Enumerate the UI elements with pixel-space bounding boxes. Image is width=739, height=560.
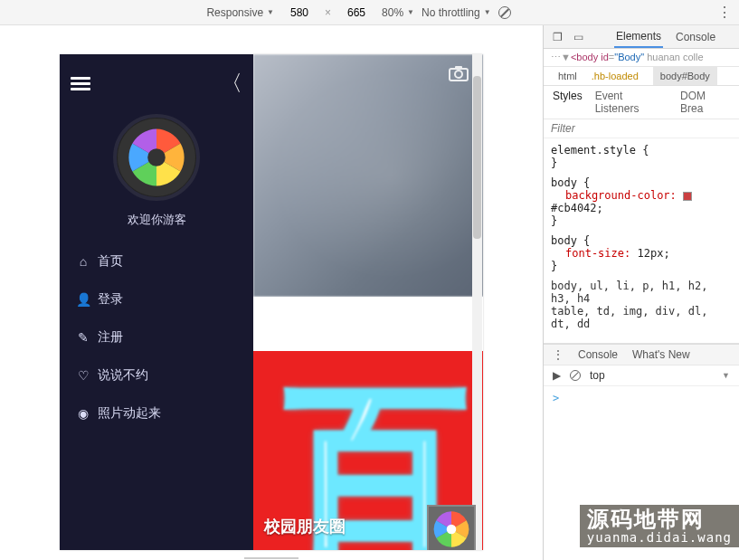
console-drawer-more-icon[interactable]: ⋮ [553, 348, 564, 361]
device-preview-pane: 〈 [0, 25, 543, 560]
zoom-dropdown[interactable]: 80% [382, 6, 414, 19]
camera-icon[interactable] [449, 65, 469, 84]
more-icon[interactable]: ⋮ [717, 4, 732, 21]
sidebar-item-login[interactable]: 👤 登录 [76, 280, 237, 318]
throttling-label: No throttling [422, 6, 480, 19]
sidebar-logo [113, 114, 200, 201]
sidebar-item-label: 照片动起来 [98, 405, 161, 422]
color-wheel-icon [431, 509, 471, 549]
breadcrumb[interactable]: html.hb-loaded body#Body [544, 67, 739, 86]
sidebar-item-label: 登录 [98, 291, 123, 308]
color-swatch[interactable] [683, 192, 692, 201]
rule-selector: element.style { [551, 144, 732, 157]
svg-point-0 [147, 148, 166, 166]
devtools-pane: ❐ ▭ Elements Console ⋯▼<body <body id="B… [543, 25, 739, 560]
styles-filter [544, 119, 739, 138]
svg-rect-3 [455, 66, 462, 70]
sidebar-item-label: 说说不约 [98, 367, 148, 384]
breadcrumb-body[interactable]: body#Body [653, 67, 717, 85]
photo-icon: ◉ [76, 406, 90, 421]
responsive-toolbar: Responsive × 80% No throttling ⋮ [0, 0, 739, 25]
rule-selector-list: table, td, img, div, dl, dt, dd [551, 305, 732, 330]
console-drawer-tabs: ⋮ Console What's New [544, 344, 739, 365]
rule-close: } [551, 214, 732, 227]
heart-icon: ♡ [76, 368, 90, 383]
watermark-en: yuanma.didai.wang [587, 531, 732, 544]
rule-selector-list: body, ul, li, p, h1, h2, h3, h4 [551, 280, 732, 305]
styles-rules[interactable]: element.style { } body { background-colo… [544, 138, 739, 344]
sidebar-item-register[interactable]: ✎ 注册 [76, 318, 237, 356]
subtab-events[interactable]: Event Listeners [595, 90, 668, 115]
breadcrumb-html: html.hb-loaded [544, 67, 653, 85]
sidebar-item-posts[interactable]: ♡ 说说不约 [76, 356, 237, 394]
app-sidebar: 〈 [60, 54, 253, 550]
register-icon: ✎ [76, 330, 90, 345]
rule-close: } [551, 260, 732, 272]
sidebar-item-label: 注册 [98, 329, 123, 346]
sidebar-item-home[interactable]: ⌂ 首页 [76, 242, 237, 280]
watermark: 源码地带网 yuanma.didai.wang [580, 505, 739, 547]
svg-point-2 [455, 71, 462, 78]
dimension-x: × [325, 6, 331, 19]
device-frame: 〈 [60, 54, 483, 550]
inspect-icon[interactable]: ❐ [553, 31, 563, 43]
rule-selector: body { [551, 176, 732, 189]
context-dropdown[interactable]: top▼ [590, 369, 730, 382]
subtab-styles[interactable]: Styles [553, 90, 583, 115]
context-label: top [590, 369, 605, 382]
home-icon: ⌂ [76, 254, 90, 269]
hero-title: 校园朋友圈 [264, 516, 346, 537]
hero-banner [253, 54, 483, 297]
throttling-dropdown[interactable]: No throttling [422, 6, 491, 19]
dom-preview-line[interactable]: ⋯▼<body <body id="Body" huanan colleid="… [544, 49, 739, 67]
styles-subtabs: Styles Event Listeners DOM Brea [544, 86, 739, 119]
height-input[interactable] [338, 6, 374, 19]
css-value: 12px; [637, 247, 669, 260]
drawer-tab-whatsnew[interactable]: What's New [632, 348, 690, 361]
clear-console-icon[interactable] [570, 370, 581, 381]
circle-slash-icon[interactable] [498, 6, 511, 19]
sidebar-item-photos[interactable]: ◉ 照片动起来 [76, 394, 237, 432]
zoom-label: 80% [382, 6, 403, 19]
back-chevron-icon[interactable]: 〈 [221, 69, 242, 98]
css-prop: font-size: [551, 247, 630, 260]
tab-elements[interactable]: Elements [614, 26, 663, 48]
watermark-zh: 源码地带网 [587, 508, 732, 531]
svg-point-4 [447, 525, 457, 535]
hero-avatar[interactable] [427, 505, 476, 550]
device-toggle-icon[interactable]: ▭ [573, 31, 583, 43]
app-content: 校园朋友圈 [253, 54, 483, 550]
responsive-dropdown[interactable]: Responsive [206, 6, 274, 19]
tab-console[interactable]: Console [674, 27, 717, 47]
hamburger-icon[interactable] [71, 74, 90, 93]
scrollbar-thumb[interactable] [473, 76, 481, 239]
resize-handle[interactable] [244, 555, 298, 560]
css-value: #cb4042; [551, 202, 603, 214]
color-wheel-icon [125, 126, 188, 189]
drawer-tab-console[interactable]: Console [578, 348, 618, 361]
sidebar-item-label: 首页 [98, 253, 123, 270]
scrollbar[interactable] [472, 54, 482, 550]
rule-selector: body { [551, 234, 732, 247]
console-prompt: > [553, 392, 559, 404]
responsive-label: Responsive [206, 6, 263, 19]
filter-input[interactable] [551, 122, 732, 135]
devtools-tabbar: ❐ ▭ Elements Console [544, 25, 739, 49]
user-icon: 👤 [76, 292, 90, 307]
console-controls: ▶ top▼ [544, 365, 739, 386]
play-icon[interactable]: ▶ [553, 369, 561, 382]
subtab-dom[interactable]: DOM Brea [680, 90, 730, 115]
rule-close: } [551, 157, 732, 169]
welcome-text: 欢迎你游客 [60, 212, 253, 228]
width-input[interactable] [281, 6, 317, 19]
css-prop: background-color: [551, 189, 677, 202]
